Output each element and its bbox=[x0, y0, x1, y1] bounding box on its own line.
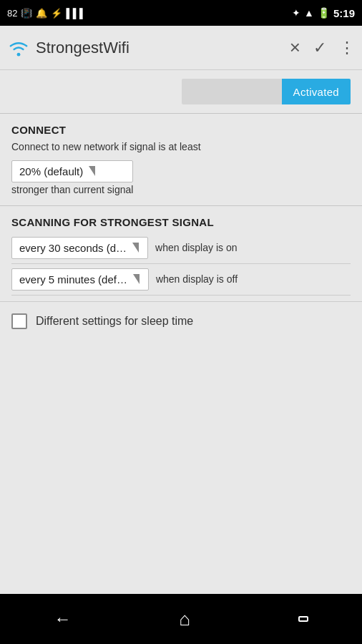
battery-icon: 🔋 bbox=[318, 7, 330, 19]
svg-point-0 bbox=[17, 52, 21, 56]
main-content: Activated CONNECT Connect to new network… bbox=[0, 70, 362, 594]
scanning-row-2: every 5 minutes (def… when display is of… bbox=[11, 264, 351, 296]
back-icon: ← bbox=[54, 609, 71, 629]
connect-dropdown[interactable]: 20% (default) bbox=[11, 160, 133, 182]
app-title: StrongestWifi bbox=[36, 39, 290, 57]
scanning-dropdown-2[interactable]: every 5 minutes (def… bbox=[11, 268, 149, 291]
sleep-checkbox-row[interactable]: Different settings for sleep time bbox=[0, 301, 362, 341]
connect-section: CONNECT Connect to new network if signal… bbox=[0, 114, 362, 195]
title-bar: StrongestWifi × ✓ ⋮ bbox=[0, 26, 362, 70]
connect-subtitle: Connect to new network if signal is at l… bbox=[11, 140, 351, 155]
battery-level-icon: 82 bbox=[7, 8, 17, 19]
flash-icon: ⚡ bbox=[51, 8, 62, 19]
vibrate-icon: 📳 bbox=[21, 8, 32, 19]
connect-dropdown-value: 20% (default) bbox=[19, 165, 83, 177]
connect-dropdown-arrow-icon bbox=[89, 166, 95, 176]
scanning-section: SCANNING FOR STRONGEST SIGNAL every 30 s… bbox=[0, 206, 362, 296]
home-button[interactable]: ⌂ bbox=[165, 601, 205, 638]
bottom-nav: ← ⌂ bbox=[0, 594, 362, 644]
confirm-button[interactable]: ✓ bbox=[313, 39, 326, 57]
back-button[interactable]: ← bbox=[39, 602, 85, 636]
scanning-dropdown-2-arrow-icon bbox=[133, 274, 140, 284]
status-bar: 82 📳 🔔 ⚡ ▌▌▌ ✦ ▲ 🔋 5:19 bbox=[0, 0, 362, 26]
menu-button[interactable]: ⋮ bbox=[339, 39, 355, 57]
scanning-row-1: every 30 seconds (d… when display is on bbox=[11, 233, 351, 264]
wifi-status-icon: ▲ bbox=[304, 7, 314, 19]
scanning-dropdown-1[interactable]: every 30 seconds (d… bbox=[11, 237, 148, 259]
status-left: 82 📳 🔔 ⚡ ▌▌▌ bbox=[7, 8, 86, 19]
home-icon: ⌂ bbox=[179, 608, 190, 630]
activated-button[interactable]: Activated bbox=[282, 79, 351, 104]
connect-dropdown-row: 20% (default) bbox=[11, 160, 351, 182]
connect-subtext: stronger than current signal bbox=[11, 184, 351, 195]
scanning-row-2-label: when display is off bbox=[156, 273, 238, 285]
activated-bar: Activated bbox=[0, 70, 362, 113]
sleep-checkbox-label: Different settings for sleep time bbox=[36, 315, 193, 328]
recents-button[interactable] bbox=[284, 609, 323, 629]
recents-icon bbox=[298, 616, 308, 622]
close-button[interactable]: × bbox=[290, 36, 300, 59]
scanning-row-1-label: when display is on bbox=[155, 242, 237, 253]
scanning-dropdown-1-value: every 30 seconds (d… bbox=[19, 242, 127, 254]
sleep-checkbox[interactable] bbox=[11, 313, 27, 329]
activated-input-placeholder bbox=[182, 79, 282, 104]
status-right: ✦ ▲ 🔋 5:19 bbox=[292, 7, 355, 19]
scanning-dropdown-2-value: every 5 minutes (def… bbox=[19, 273, 127, 286]
bluetooth-icon: ✦ bbox=[292, 7, 300, 19]
signal-bars-icon: ▌▌▌ bbox=[66, 8, 86, 19]
connect-title: CONNECT bbox=[11, 124, 351, 136]
status-time: 5:19 bbox=[333, 7, 355, 19]
title-bar-actions: × ✓ ⋮ bbox=[290, 36, 355, 59]
scanning-title: SCANNING FOR STRONGEST SIGNAL bbox=[11, 216, 351, 228]
notification-icon: 🔔 bbox=[36, 8, 47, 19]
wifi-icon bbox=[7, 38, 30, 58]
scanning-dropdown-1-arrow-icon bbox=[132, 243, 139, 253]
